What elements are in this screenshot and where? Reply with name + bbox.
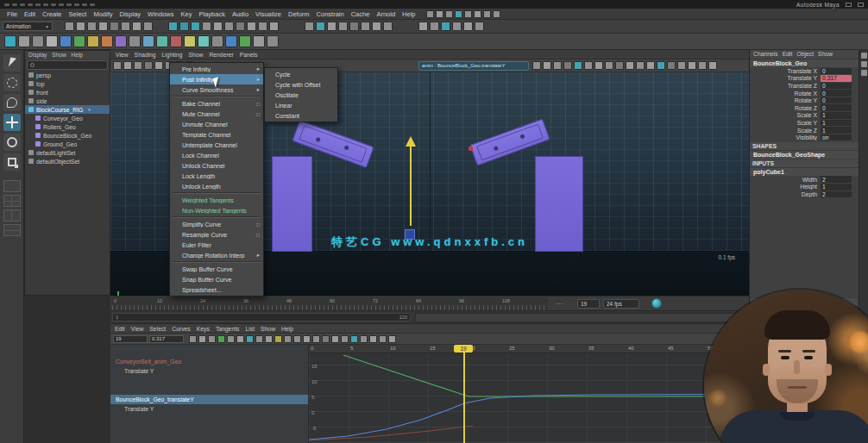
viewport-menu-item[interactable]: View	[116, 52, 129, 58]
layout-four-pane-button[interactable]	[3, 195, 21, 207]
context-menu-item[interactable]: Untemplate Channel	[170, 140, 263, 150]
menubar-icon[interactable]	[483, 10, 491, 18]
graph-toolbar-icon[interactable]	[265, 335, 273, 343]
shelf-icon[interactable]	[239, 35, 251, 47]
snap-icon[interactable]	[236, 22, 245, 31]
viewport-menu-item[interactable]: Show	[188, 52, 203, 58]
shelf-icon[interactable]	[4, 35, 16, 47]
outliner-item[interactable]: persp	[25, 71, 110, 79]
shelf-icon[interactable]	[60, 35, 72, 47]
graph-channel-item[interactable]	[110, 376, 308, 385]
submenu-item[interactable]: Oscillate	[265, 90, 337, 100]
menu-item[interactable]: Create	[39, 10, 66, 18]
graph-toolbar-icon[interactable]	[284, 335, 292, 343]
window-layout-icon[interactable]	[858, 3, 864, 7]
outliner-item[interactable]: Ground_Geo	[25, 140, 110, 148]
status-icon[interactable]	[327, 22, 337, 31]
graph-editor-menu-item[interactable]: Tangents	[216, 326, 240, 332]
snap-icon[interactable]	[179, 22, 189, 31]
channel-box-menu-item[interactable]: Channels	[753, 51, 778, 58]
translate-manipulator-axis[interactable]	[410, 145, 412, 226]
shelf-icon[interactable]	[253, 35, 265, 47]
graph-toolbar-icon[interactable]	[198, 335, 206, 343]
input-node-name[interactable]: polyCube1	[750, 167, 859, 176]
menu-item[interactable]: Select	[66, 10, 91, 18]
menu-item[interactable]: Audio	[229, 10, 252, 18]
viewport-icon[interactable]	[154, 61, 163, 70]
viewport-status-field[interactable]: anim : BounceBlock_Geo.translateY	[418, 61, 529, 71]
context-menu-item[interactable]: Lock Channel	[170, 150, 263, 160]
channel-name[interactable]: Rotate X	[750, 90, 821, 97]
shelf-icon[interactable]	[156, 35, 168, 47]
shelf-icon[interactable]	[225, 35, 237, 47]
status-icon[interactable]	[121, 22, 130, 31]
status-icon[interactable]	[143, 22, 153, 31]
context-menu-item[interactable]: Resample Curve □	[170, 229, 263, 240]
outliner-item[interactable]: defaultObjectSet	[25, 157, 110, 165]
outliner-search-input[interactable]	[27, 60, 108, 70]
outliner-item[interactable]: BlockCourse_RIG +	[25, 105, 110, 114]
context-menu-item[interactable]: Change Rotation Interp ▸	[170, 250, 263, 260]
submenu-item[interactable]: Cycle with Offset	[265, 79, 337, 90]
viewport-menu-item[interactable]: Renderer	[209, 52, 233, 58]
viewport-icon[interactable]	[543, 61, 551, 70]
graph-toolbar-icon[interactable]	[189, 335, 197, 343]
render-icon[interactable]	[452, 22, 462, 31]
titlebar-icon[interactable]	[82, 3, 87, 6]
viewport-icon[interactable]	[594, 61, 603, 70]
menubar-icon[interactable]	[436, 10, 443, 18]
snap-icon[interactable]	[258, 22, 267, 31]
titlebar-icon[interactable]	[35, 3, 41, 6]
viewport-icon[interactable]	[574, 61, 582, 70]
status-icon[interactable]	[65, 22, 74, 31]
context-menu-item[interactable]: Lock Length	[170, 171, 263, 181]
channel-box-menu-item[interactable]: Object	[796, 51, 814, 58]
shelf-icon[interactable]	[73, 35, 85, 47]
time-ruler[interactable]: 01224364860728496108	[112, 297, 548, 310]
channel-value-field[interactable]: 1	[821, 184, 852, 190]
context-menu-item[interactable]: Simplify Curve □	[170, 219, 263, 229]
menu-item[interactable]: Constrain	[313, 10, 348, 18]
channel-value-field[interactable]: 1	[821, 120, 852, 127]
menu-set-dropdown[interactable]: Animation ▼	[3, 22, 53, 31]
graph-toolbar-icon[interactable]	[341, 335, 349, 343]
select-tool-icon[interactable]	[3, 54, 21, 72]
channel-value-field[interactable]: 0	[821, 90, 852, 97]
sidebar-toggle-icon[interactable]	[861, 70, 867, 76]
window-menu-icon[interactable]	[846, 3, 852, 7]
current-frame-field[interactable]: 19	[577, 299, 600, 309]
playhead-flag[interactable]: 19	[454, 345, 473, 353]
context-menu-item[interactable]: Unlock Channel	[170, 160, 263, 171]
shelf-icon[interactable]	[142, 35, 154, 47]
channel-name[interactable]: Width	[750, 177, 821, 183]
graph-toolbar-icon[interactable]	[369, 335, 377, 343]
move-tool-icon[interactable]	[3, 114, 21, 131]
outliner-menu-item[interactable]: Display	[28, 52, 47, 59]
titlebar-icon[interactable]	[43, 3, 48, 6]
channel-value-field[interactable]: 1	[821, 127, 852, 134]
titlebar-icon[interactable]	[51, 3, 56, 6]
graph-editor-menu-item[interactable]: Keys	[197, 326, 210, 332]
context-menu-item[interactable]: Pre Infinity ▸	[170, 64, 263, 74]
render-icon[interactable]	[430, 22, 439, 31]
channel-value-field[interactable]: 0	[821, 97, 852, 104]
render-icon[interactable]	[441, 22, 450, 31]
menu-item[interactable]: Visualize	[252, 10, 285, 18]
menu-item[interactable]: Key	[178, 10, 196, 18]
menu-item[interactable]: Display	[116, 10, 145, 18]
translate-manipulator-arrow[interactable]	[406, 136, 416, 147]
graph-toolbar-icon[interactable]	[293, 335, 301, 343]
status-icon[interactable]	[132, 22, 142, 31]
titlebar-icon[interactable]	[66, 3, 72, 6]
context-menu-item[interactable]: Unmute Channel	[170, 119, 263, 129]
channel-value-field[interactable]: 0	[821, 83, 852, 90]
outliner-item[interactable]: front	[25, 88, 110, 97]
shelf-icon[interactable]	[32, 35, 44, 47]
graph-toolbar-icon[interactable]	[208, 335, 216, 343]
render-icon[interactable]	[475, 22, 484, 31]
viewport-icon[interactable]	[708, 61, 717, 70]
menubar-icon[interactable]	[493, 10, 500, 18]
outliner-item[interactable]: defaultLightSet	[25, 148, 110, 157]
channel-value-field[interactable]: 0.317	[821, 75, 852, 82]
channel-box-menu-item[interactable]: Edit	[783, 51, 793, 58]
